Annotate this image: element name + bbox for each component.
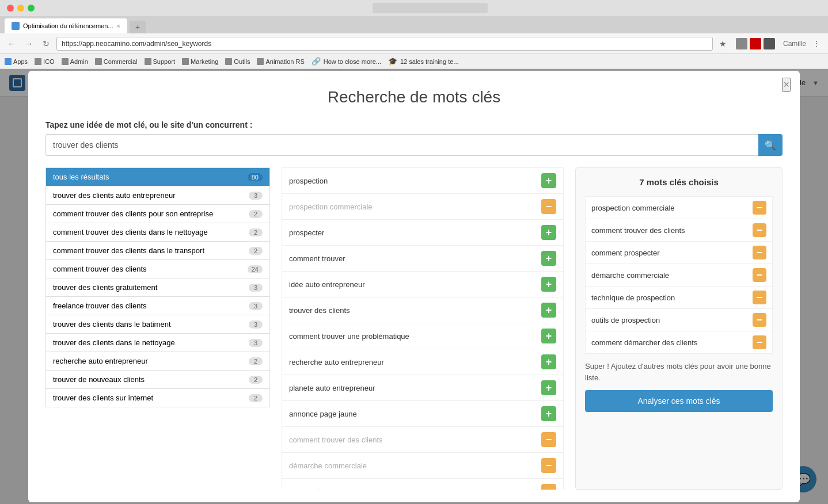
chosen-label-5: outils de prospection (591, 316, 753, 324)
category-item-1[interactable]: trouver des clients auto entrepreneur 3 (45, 186, 270, 205)
category-badge-7: 3 (249, 302, 263, 310)
admin-icon (62, 58, 69, 65)
back-button[interactable]: ← (5, 37, 18, 51)
category-item-11[interactable]: trouver de nouveaux clients 2 (45, 371, 270, 389)
category-item-9[interactable]: trouver des clients dans le nettoyage 3 (45, 334, 270, 352)
results-list: prospection + prospection commerciale − … (282, 167, 564, 490)
add-button-7[interactable]: + (541, 354, 556, 369)
chosen-remove-5[interactable]: − (753, 313, 766, 327)
ico-icon (35, 58, 41, 65)
category-item-all[interactable]: tous les résultats 80 (45, 167, 270, 186)
extension-icon-1[interactable] (736, 38, 747, 49)
add-button-8[interactable]: + (541, 380, 556, 395)
browser-icons (736, 38, 775, 49)
result-item-7: recherche auto entrepreneur + (282, 349, 564, 375)
add-button-6[interactable]: + (541, 329, 556, 343)
result-item-1: prospection commerciale − (282, 194, 564, 220)
result-label-10: comment trouver des clients (289, 436, 541, 444)
user-name-browser: Camille (783, 40, 806, 48)
forward-button[interactable]: → (22, 37, 36, 51)
bookmark-star[interactable]: ★ (716, 37, 730, 51)
sales-icon: 🎓 (388, 57, 397, 66)
category-badge-1: 3 (249, 192, 263, 200)
category-item-6[interactable]: trouver des clients gratuitement 3 (45, 278, 270, 297)
bookmark-admin[interactable]: Admin (62, 58, 88, 65)
bookmark-howto[interactable]: 🔗 How to close more... (312, 57, 381, 66)
bookmark-support[interactable]: Support (145, 58, 176, 65)
refresh-button[interactable]: ↻ (39, 37, 53, 51)
address-bar[interactable]: https://app.neocamino.com/admin/seo_keyw… (56, 37, 713, 51)
add-button-9[interactable]: + (541, 406, 556, 421)
bookmark-commercial-label: Commercial (104, 58, 138, 65)
chosen-item-0: prospection commerciale − (585, 196, 773, 219)
new-tab-button[interactable]: + (130, 21, 146, 33)
result-label-3: comment trouver (289, 254, 541, 263)
menu-button[interactable]: ⋮ (810, 37, 823, 51)
add-button-3[interactable]: + (541, 251, 556, 266)
category-badge-5: 24 (248, 265, 263, 273)
category-item-7[interactable]: freelance trouver des clients 3 (45, 297, 270, 315)
animation-icon (257, 58, 264, 65)
result-label-11: démarche commerciale (289, 461, 541, 470)
add-button-2[interactable]: + (541, 225, 556, 240)
result-label-8: planete auto entrepreneur (289, 384, 541, 392)
category-label-9: trouver des clients dans le nettoyage (53, 338, 249, 347)
category-label-7: freelance trouver des clients (53, 301, 249, 310)
search-button[interactable]: 🔍 (758, 134, 783, 156)
remove-button-11[interactable]: − (541, 458, 556, 473)
close-traffic-light[interactable] (7, 5, 14, 12)
add-button-0[interactable]: + (541, 173, 556, 188)
chosen-item-6: comment démarcher des clients − (585, 331, 773, 354)
bookmark-sales[interactable]: 🎓 12 sales training te... (388, 57, 459, 66)
active-tab[interactable]: Optimisation du référencemen... × (5, 18, 127, 33)
maximize-traffic-light[interactable] (28, 5, 35, 12)
result-item-3: comment trouver + (282, 246, 564, 272)
chosen-remove-0[interactable]: − (753, 201, 766, 215)
category-label-3: comment trouver des clients dans le nett… (53, 228, 249, 236)
add-button-4[interactable]: + (541, 277, 556, 292)
category-item-5[interactable]: comment trouver des clients 24 (45, 260, 270, 278)
bookmark-sales-label: 12 sales training te... (400, 58, 459, 65)
result-item-0: prospection + (282, 167, 564, 194)
category-item-2[interactable]: comment trouver des clients pour son ent… (45, 205, 270, 223)
chosen-item-3: démarche commerciale − (585, 264, 773, 287)
modal-title: Recherche de mots clés (45, 88, 783, 106)
extension-icon-3[interactable] (764, 38, 775, 49)
modal-close-button[interactable]: × (782, 78, 791, 92)
category-badge-3: 2 (249, 228, 263, 236)
chosen-remove-1[interactable]: − (753, 223, 766, 237)
chosen-remove-2[interactable]: − (753, 246, 766, 259)
result-item-12: comment prospecter − (282, 479, 564, 490)
remove-button-10[interactable]: − (541, 432, 556, 447)
category-badge-10: 2 (249, 357, 263, 365)
category-item-12[interactable]: trouver des clients sur internet 2 (45, 389, 270, 407)
extension-icon-2[interactable] (750, 38, 761, 49)
category-label-1: trouver des clients auto entrepreneur (53, 191, 249, 200)
search-input[interactable] (45, 134, 758, 156)
remove-button-12[interactable]: − (541, 484, 556, 490)
category-item-10[interactable]: recherche auto entrepreneur 2 (45, 352, 270, 371)
remove-button-1[interactable]: − (541, 199, 556, 214)
bookmark-animation-label: Animation RS (265, 58, 304, 65)
category-badge-9: 3 (249, 339, 263, 347)
bookmark-ico[interactable]: ICO (35, 58, 55, 65)
minimize-traffic-light[interactable] (17, 5, 24, 12)
bookmark-apps[interactable]: Apps (5, 58, 28, 65)
category-item-4[interactable]: comment trouver des clients dans le tran… (45, 242, 270, 260)
window-title-bar (373, 3, 488, 13)
chosen-remove-6[interactable]: − (753, 335, 766, 349)
bookmark-marketing[interactable]: Marketing (182, 58, 218, 65)
bookmark-commercial[interactable]: Commercial (95, 58, 138, 65)
chosen-remove-4[interactable]: − (753, 291, 766, 304)
category-item-8[interactable]: trouver des clients dans le batiment 3 (45, 315, 270, 334)
result-label-7: recherche auto entrepreneur (289, 358, 541, 366)
chosen-remove-3[interactable]: − (753, 268, 766, 282)
category-item-3[interactable]: comment trouver des clients dans le nett… (45, 223, 270, 242)
analyze-button[interactable]: Analyser ces mots clés (585, 390, 773, 412)
add-button-5[interactable]: + (541, 303, 556, 318)
bookmark-animation[interactable]: Animation RS (257, 58, 304, 65)
chosen-item-4: technique de prospection − (585, 287, 773, 309)
tab-close-button[interactable]: × (117, 22, 120, 29)
bookmark-outils[interactable]: Outils (225, 58, 250, 65)
category-label-10: recherche auto entrepreneur (53, 357, 249, 365)
